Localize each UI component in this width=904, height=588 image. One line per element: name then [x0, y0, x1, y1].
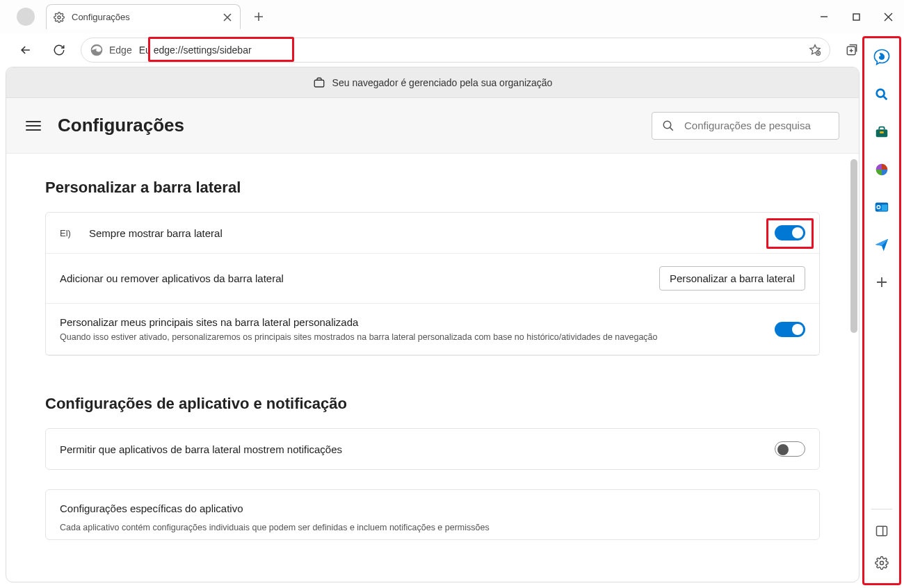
row-label: Sempre mostrar barra lateral	[89, 227, 762, 239]
toggle-allow-notifications[interactable]	[775, 441, 805, 457]
svg-rect-8	[314, 80, 324, 87]
close-window-button[interactable]	[872, 3, 904, 31]
window-titlebar: Configurações	[0, 0, 904, 33]
sidebar-divider	[871, 509, 892, 509]
sidebar-add-button[interactable]	[871, 272, 892, 293]
gear-icon	[54, 12, 65, 23]
toggle-always-show-sidebar[interactable]	[775, 225, 805, 240]
settings-content: Personalizar a barra lateral El) Sempre …	[6, 154, 859, 582]
app-specific-card: Configurações específicas do aplicativo …	[45, 489, 820, 540]
edge-logo-icon	[90, 43, 104, 57]
content-scrollbar[interactable]	[850, 159, 857, 333]
sidebar-collapse-button[interactable]	[871, 521, 892, 541]
section-title-app-notifications: Configurações de aplicativo e notificaçã…	[45, 395, 820, 413]
row-app-specific: Configurações específicas do aplicativo …	[46, 490, 819, 539]
svg-rect-17	[877, 526, 887, 535]
row-label: Permitir que aplicativos de barra latera…	[60, 443, 762, 455]
refresh-button[interactable]	[47, 38, 71, 62]
sidebar-shopping[interactable]	[871, 122, 892, 142]
minimize-button[interactable]	[808, 3, 840, 31]
profile-avatar[interactable]	[17, 8, 35, 26]
maximize-button[interactable]	[840, 3, 872, 31]
settings-search-input[interactable]	[684, 120, 829, 131]
managed-by-org-banner: Seu navegador é gerenciado pela sua orga…	[6, 67, 859, 98]
row-subtext: Cada aplicativo contém configurações ind…	[60, 523, 490, 532]
managed-banner-text: Seu navegador é gerenciado pela sua orga…	[332, 77, 553, 88]
address-prefix: Eu	[139, 44, 151, 56]
svg-rect-12	[880, 131, 884, 133]
row-label: Adicionar ou remover aplicativos da barr…	[60, 272, 647, 284]
row-label: Configurações específicas do aplicativo	[60, 503, 243, 514]
browser-tab[interactable]: Configurações	[46, 4, 241, 29]
toggle-personalize-top-sites[interactable]	[775, 322, 805, 337]
sidebar-send[interactable]	[871, 234, 892, 255]
briefcase-icon	[313, 76, 325, 89]
sidebar-search[interactable]	[871, 84, 892, 105]
row-label: Personalizar meus principais sites na ba…	[60, 316, 762, 328]
settings-header: Configurações	[6, 98, 859, 154]
settings-title: Configurações	[58, 115, 184, 136]
edge-sidebar	[862, 36, 901, 585]
settings-search[interactable]	[652, 112, 839, 140]
svg-point-10	[877, 90, 885, 97]
notifications-card: Permitir que aplicativos de barra latera…	[45, 428, 820, 470]
tab-title: Configurações	[72, 12, 215, 22]
sidebar-microsoft365[interactable]	[871, 159, 892, 180]
close-tab-icon[interactable]	[222, 12, 233, 23]
back-button[interactable]	[14, 38, 38, 62]
section-title-sidebar: Personalizar a barra lateral	[45, 179, 820, 197]
svg-point-0	[58, 16, 60, 19]
collections-button[interactable]	[840, 38, 864, 62]
new-tab-button[interactable]	[249, 7, 268, 26]
address-bar[interactable]: Edge Eu edge://settings/sidebar	[81, 38, 830, 63]
favorite-star-icon[interactable]	[809, 44, 821, 56]
sidebar-settings-card: El) Sempre mostrar barra lateral Adicion…	[45, 212, 820, 356]
row-personalize-top-sites: Personalizar meus principais sites na ba…	[46, 304, 819, 355]
row-subtext: Quando isso estiver ativado, personaliza…	[60, 332, 762, 342]
address-brand-label: Edge	[109, 44, 132, 56]
sidebar-bing-chat[interactable]	[871, 47, 892, 67]
sidebar-outlook[interactable]	[871, 197, 892, 218]
customize-sidebar-button[interactable]: Personalizar a barra lateral	[659, 266, 805, 291]
row-add-remove-apps: Adicionar ou remover aplicativos da barr…	[46, 254, 819, 304]
svg-rect-1	[853, 14, 859, 20]
row-allow-notifications: Permitir que aplicativos de barra latera…	[46, 429, 819, 469]
svg-rect-15	[875, 204, 882, 210]
svg-point-9	[663, 121, 671, 129]
search-icon	[662, 120, 675, 132]
row-prefix: El)	[60, 228, 76, 238]
address-url: edge://settings/sidebar	[154, 44, 252, 56]
row-always-show-sidebar: El) Sempre mostrar barra lateral	[46, 213, 819, 254]
menu-hamburger-button[interactable]	[26, 116, 45, 136]
browser-toolbar: Edge Eu edge://settings/sidebar	[0, 33, 904, 67]
svg-point-18	[880, 562, 884, 565]
settings-page: Seu navegador é gerenciado pela sua orga…	[6, 67, 859, 582]
sidebar-settings-button[interactable]	[871, 553, 892, 573]
